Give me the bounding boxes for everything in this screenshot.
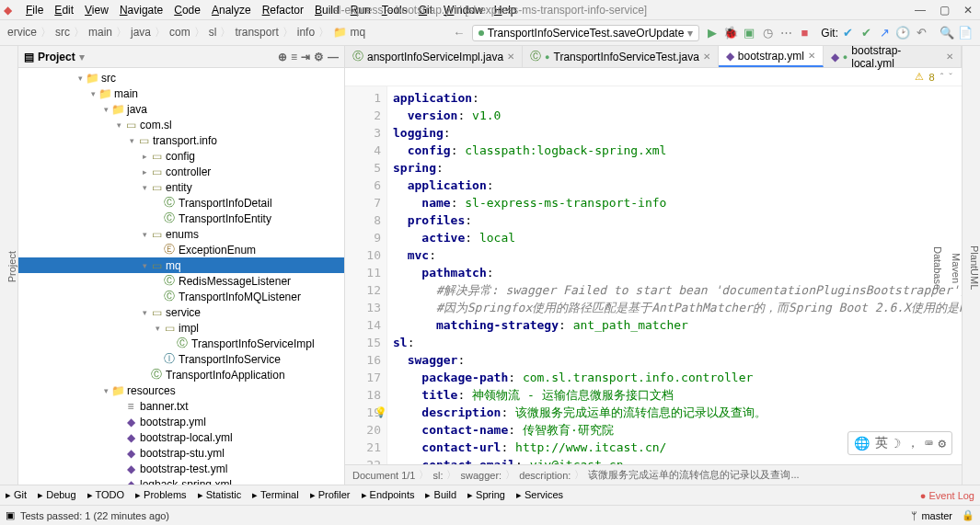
- code-line[interactable]: description: 该微服务完成运单的流转信息的记录以及查询。: [393, 404, 956, 421]
- search-icon[interactable]: 🔍: [939, 25, 955, 41]
- code-line[interactable]: logging:: [393, 124, 956, 142]
- line-number[interactable]: 3: [345, 124, 381, 142]
- line-number[interactable]: 13: [345, 299, 381, 316]
- tab-close-icon[interactable]: ✕: [703, 51, 710, 62]
- code-line[interactable]: package-path: com.sl.transport.info.cont…: [393, 369, 956, 386]
- menu-analyze[interactable]: Analyze: [206, 2, 257, 18]
- settings-gear-icon[interactable]: ⚙: [314, 51, 324, 63]
- back-icon[interactable]: ←: [451, 25, 467, 41]
- tree-node[interactable]: ◆ logback-spring.xml: [18, 476, 344, 485]
- structure-crumb[interactable]: 该微服务完成运单的流转信息的记录以及查询...: [588, 468, 799, 482]
- run-configuration-selector[interactable]: TransportInfoServiceTest.saveOrUpdate ▾: [472, 25, 700, 41]
- toolwindow-plantuml[interactable]: PlantUML: [969, 245, 980, 290]
- profile-icon[interactable]: ◷: [759, 25, 776, 41]
- structure-crumb[interactable]: Document 1/1: [352, 470, 415, 481]
- toolwindow-git-button[interactable]: ▸ Git: [6, 489, 27, 501]
- select-opened-file-icon[interactable]: ⊕: [278, 51, 287, 63]
- line-number[interactable]: 1: [345, 89, 381, 107]
- structure-crumb[interactable]: sl:: [432, 470, 443, 481]
- tab-close-icon[interactable]: ✕: [507, 51, 514, 62]
- tree-node[interactable]: ▾ ▭ enums: [18, 226, 344, 242]
- tree-node[interactable]: ▾ ▭ com.sl: [18, 117, 344, 132]
- debug-icon[interactable]: 🐞: [722, 25, 739, 41]
- maximize-button[interactable]: ▢: [936, 4, 952, 17]
- tree-node[interactable]: ▾ 📁 java: [18, 101, 344, 117]
- breadcrumb-item[interactable]: com: [167, 26, 192, 39]
- tree-node[interactable]: ▾ 📁 resources: [18, 382, 344, 398]
- tree-arrow-icon[interactable]: ▾: [88, 89, 98, 98]
- line-number[interactable]: 5: [345, 159, 381, 177]
- structure-crumb[interactable]: swagger:: [460, 470, 502, 481]
- tree-node[interactable]: ◆ bootstrap-local.yml: [18, 429, 344, 445]
- menu-file[interactable]: File: [20, 2, 49, 18]
- tree-node[interactable]: ◆ bootstrap-test.yml: [18, 461, 344, 476]
- tree-node[interactable]: ▾ ▭ impl: [18, 320, 344, 336]
- breadcrumb-item[interactable]: transport: [233, 26, 280, 39]
- menu-view[interactable]: View: [79, 2, 114, 18]
- branch-icon[interactable]: ᛘ: [911, 510, 917, 521]
- toolwindow-debug-button[interactable]: ▸ Debug: [38, 489, 75, 501]
- line-number[interactable]: 18: [345, 386, 381, 404]
- toolwindow-spring-button[interactable]: ▸ Spring: [467, 489, 505, 501]
- toolwindow-endpoints-button[interactable]: ▸ Endpoints: [362, 489, 415, 501]
- tab-close-icon[interactable]: ✕: [808, 51, 815, 61]
- menu-edit[interactable]: Edit: [49, 2, 79, 18]
- tree-node[interactable]: Ⓒ TransportInfoEntity: [18, 211, 344, 226]
- code-line[interactable]: contact-email: yjy@itcast.cn: [393, 456, 956, 464]
- tree-node[interactable]: ▾ 📁 main: [18, 86, 344, 101]
- tree-arrow-icon[interactable]: ▾: [140, 230, 149, 239]
- git-push-icon[interactable]: ↗: [876, 25, 893, 41]
- toolwindow-terminal-button[interactable]: ▸ Terminal: [252, 489, 298, 501]
- intention-bulb-icon[interactable]: 💡: [375, 404, 387, 421]
- close-button[interactable]: ✕: [960, 4, 976, 17]
- breadcrumb-item[interactable]: main: [86, 26, 114, 39]
- tree-arrow-icon[interactable]: ▾: [153, 324, 162, 333]
- ime-settings-icon[interactable]: ⚙: [939, 436, 946, 451]
- editor-tab[interactable]: ◆ bootstrap.yml ✕: [719, 46, 824, 67]
- toolwindow-todo-button[interactable]: ▸ TODO: [87, 489, 124, 501]
- tree-arrow-icon[interactable]: ▸: [140, 167, 149, 177]
- tree-arrow-icon[interactable]: ▾: [140, 308, 149, 317]
- tree-arrow-icon[interactable]: ▾: [101, 105, 110, 114]
- scroll-down-icon[interactable]: ˇ: [949, 72, 952, 83]
- ime-keyboard-icon[interactable]: ⌨: [925, 436, 932, 451]
- code-line[interactable]: #因为Springfox使用的路径匹配是基于AntPathMatcher的，而S…: [393, 299, 956, 316]
- tree-arrow-icon[interactable]: ▾: [101, 386, 110, 395]
- editor-tab[interactable]: Ⓒ ● TransportInfoServiceTest.java ✕: [523, 46, 719, 67]
- event-log-button[interactable]: ● Event Log: [920, 490, 974, 501]
- line-number[interactable]: 4: [345, 142, 381, 159]
- line-number[interactable]: 17: [345, 369, 381, 386]
- branch-name[interactable]: master: [921, 510, 952, 521]
- tree-node[interactable]: Ⓒ TransportInfoMQListener: [18, 289, 344, 304]
- settings-icon[interactable]: 📄: [957, 25, 974, 41]
- tree-arrow-icon[interactable]: ▾: [75, 74, 85, 83]
- line-number[interactable]: 11: [345, 264, 381, 281]
- code-line[interactable]: title: 神领物流 - 运输信息微服务接口文档: [393, 386, 956, 404]
- line-number[interactable]: 9: [345, 229, 381, 246]
- git-commit-icon[interactable]: ✔: [858, 25, 874, 41]
- code-line[interactable]: profiles:: [393, 211, 956, 229]
- tree-node[interactable]: ◆ bootstrap.yml: [18, 414, 344, 429]
- ime-comma-icon[interactable]: ，: [906, 435, 919, 451]
- code-line[interactable]: swagger:: [393, 351, 956, 369]
- git-history-icon[interactable]: 🕑: [894, 25, 911, 41]
- code-line[interactable]: spring:: [393, 159, 956, 177]
- tree-node[interactable]: Ⓘ TransportInfoService: [18, 351, 344, 367]
- warning-icon[interactable]: ⚠: [915, 71, 924, 83]
- menu-refactor[interactable]: Refactor: [257, 2, 309, 18]
- line-number[interactable]: 12: [345, 281, 381, 299]
- breadcrumb-item[interactable]: ervice: [6, 26, 39, 39]
- line-number[interactable]: 16: [345, 351, 381, 369]
- code-line[interactable]: sl:: [393, 334, 956, 351]
- code-line[interactable]: matching-strategy: ant_path_matcher: [393, 316, 956, 334]
- run-icon[interactable]: ▶: [704, 25, 721, 41]
- tree-arrow-icon[interactable]: ▾: [140, 183, 149, 192]
- tool-windows-icon[interactable]: ▣: [6, 509, 15, 521]
- toolwindow-project[interactable]: Project: [6, 247, 17, 286]
- ime-globe-icon[interactable]: 🌐: [854, 436, 870, 451]
- tree-node[interactable]: ▾ ▭ service: [18, 304, 344, 320]
- editor-tab[interactable]: Ⓒ ansportInfoServiceImpl.java ✕: [345, 46, 523, 67]
- stop-icon[interactable]: ■: [796, 25, 813, 41]
- code-line[interactable]: application:: [393, 89, 956, 107]
- git-rollback-icon[interactable]: ↶: [913, 25, 929, 41]
